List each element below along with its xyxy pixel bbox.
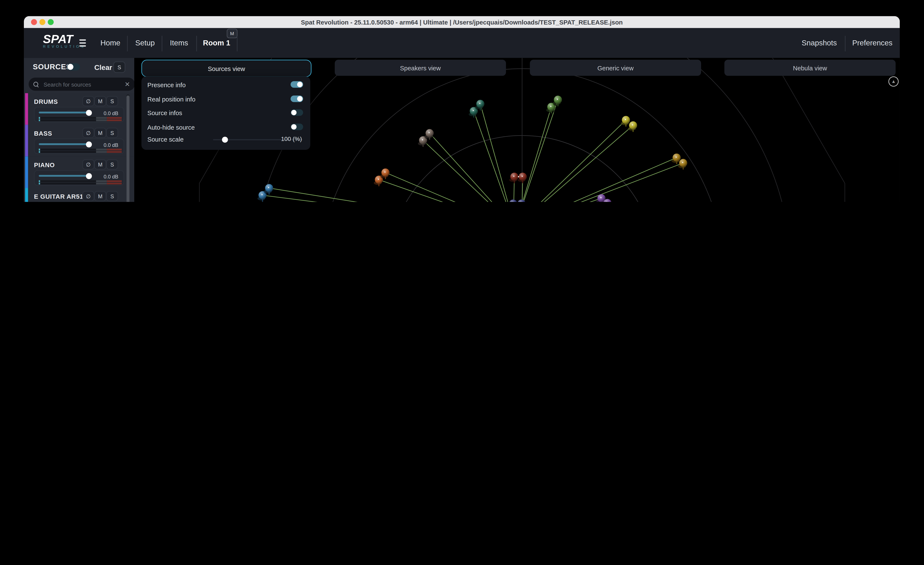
level-panel: 0.0 dB <box>34 170 124 186</box>
source-item-piano[interactable]: PIANO∅MS0.0 dB <box>24 156 134 189</box>
source-object-drums-red-pair[interactable] <box>509 173 519 183</box>
app-root: Spat Revolution - 25.11.0.50530 - arm64 … <box>0 0 924 202</box>
level-meter <box>40 149 122 150</box>
volume-slider-knob[interactable] <box>86 141 92 147</box>
nav-tab-preferences[interactable]: Preferences <box>846 28 899 58</box>
popup-row: Real position info <box>141 93 310 106</box>
nav-separator <box>127 36 128 51</box>
volume-slider-track[interactable] <box>39 143 89 145</box>
sources-sidebar: SOURCES Clear S ✕ DRUMS∅MS0.0 dBBASS∅MS0… <box>24 58 134 202</box>
source-scale-value: 100 (%) <box>281 135 302 142</box>
source-color-stripe <box>25 188 28 202</box>
nav-separator <box>162 36 162 51</box>
clear-button[interactable]: Clear <box>94 63 112 72</box>
tab-sources-view[interactable]: Sources view <box>141 60 312 77</box>
toggle-auto-hide-source[interactable] <box>291 123 303 130</box>
nav-tab-items[interactable]: Items <box>158 28 200 58</box>
source-link-line <box>480 104 515 202</box>
phase-button[interactable]: ∅ <box>82 159 94 170</box>
tab-generic-view[interactable]: Generic view <box>530 60 701 76</box>
source-color-stripe <box>25 156 28 188</box>
level-panel: 0.0 dB <box>34 138 124 154</box>
sources-master-toggle[interactable] <box>67 63 80 71</box>
popup-option-label: Real position info <box>147 95 196 102</box>
source-object-trumpet-a-pair[interactable] <box>380 168 390 179</box>
source-scale-slider[interactable] <box>222 137 228 143</box>
position-dot <box>518 176 519 177</box>
volume-value: 0.0 dB <box>99 110 123 116</box>
source-color-stripe <box>25 125 28 156</box>
solo-button[interactable]: S <box>106 191 118 201</box>
collapse-panel-button[interactable]: ▲ <box>888 76 898 87</box>
nav-tab-snapshots[interactable]: Snapshots <box>792 28 846 58</box>
sources-title: SOURCES <box>33 63 71 71</box>
search-icon <box>33 81 39 87</box>
toggle-presence-info[interactable] <box>291 81 303 88</box>
source-object-trombone-a-pair[interactable] <box>621 116 630 127</box>
solo-clear-button[interactable]: S <box>113 62 125 73</box>
sidebar-search: ✕ <box>28 78 135 91</box>
popup-option-label: Presence info <box>147 81 186 89</box>
tab-nebula-view[interactable]: Nebula view <box>724 60 896 76</box>
source-object-sax-b-pair[interactable] <box>553 96 562 107</box>
source-scale-label: Source scale <box>147 135 184 143</box>
volume-slider-track[interactable] <box>39 112 89 113</box>
source-link-line <box>515 100 558 202</box>
close-window-icon[interactable] <box>31 19 37 25</box>
source-object-trombone-a-pair[interactable] <box>628 121 637 132</box>
level-meter <box>40 183 122 185</box>
source-item-e-guitar-ar51[interactable]: E GUITAR AR51∅MS0.0 dB <box>24 188 134 202</box>
source-name: E GUITAR AR51 <box>34 193 83 200</box>
view-options-popup: Presence infoReal position infoSource in… <box>141 76 310 150</box>
source-object-drums-red-pair[interactable] <box>518 173 527 183</box>
toggle-real-position-info[interactable] <box>291 95 303 102</box>
application-window: Spat Revolution - 25.11.0.50530 - arm64 … <box>24 16 900 202</box>
source-object-sax-a-pair[interactable] <box>475 100 484 110</box>
solo-button[interactable]: S <box>106 128 118 138</box>
popup-option-label: Source infos <box>147 109 182 116</box>
level-panel: 0.0 dB <box>34 107 124 122</box>
source-link-line <box>515 107 551 202</box>
top-navbar: SPAT REVOLUTION HomeSetupItemsRoom 1MSna… <box>24 28 900 58</box>
source-item-drums[interactable]: DRUMS∅MS0.0 dB <box>24 93 134 125</box>
solo-button[interactable]: S <box>106 159 118 170</box>
hamburger-menu-icon[interactable] <box>79 39 86 47</box>
source-item-bass[interactable]: BASS∅MS0.0 dB <box>24 125 134 157</box>
volume-slider-track[interactable] <box>39 175 89 177</box>
mute-button[interactable]: M <box>94 128 106 138</box>
nav-separator <box>237 36 238 51</box>
level-meter <box>40 151 122 153</box>
phase-button[interactable]: ∅ <box>82 128 94 138</box>
phase-button[interactable]: ∅ <box>82 191 94 201</box>
source-object-trumpet-b-pair[interactable] <box>424 129 434 140</box>
source-link-line <box>423 140 515 202</box>
mute-button[interactable]: M <box>94 96 106 107</box>
solo-button[interactable]: S <box>106 96 118 107</box>
clear-search-icon[interactable]: ✕ <box>124 80 130 88</box>
mute-button[interactable]: M <box>94 159 106 170</box>
volume-slider-knob[interactable] <box>86 173 92 179</box>
source-link-line <box>386 173 515 202</box>
minimize-window-icon[interactable] <box>39 19 45 25</box>
volume-value: 0.0 dB <box>99 142 123 148</box>
collapse-arrow-icon: ▲ <box>891 79 896 84</box>
sidebar-scrollbar-thumb[interactable] <box>127 96 130 202</box>
source-link-line <box>515 120 626 202</box>
popup-option-label: Auto-hide source <box>147 123 195 131</box>
room-mute-badge[interactable]: M <box>227 29 237 38</box>
mute-button[interactable]: M <box>94 191 106 201</box>
popup-row: Source infos <box>141 107 310 120</box>
sidebar-search-input[interactable] <box>42 80 124 88</box>
maximize-window-icon[interactable] <box>48 19 54 25</box>
source-name: BASS <box>34 130 52 137</box>
source-object-bass-navy-pair[interactable] <box>508 200 517 202</box>
toggle-source-infos[interactable] <box>291 109 303 116</box>
source-object-piano-pair[interactable] <box>264 184 273 195</box>
source-name: DRUMS <box>34 98 58 105</box>
phase-button[interactable]: ∅ <box>82 96 94 107</box>
window-title: Spat Revolution - 25.11.0.50530 - arm64 … <box>24 18 900 26</box>
volume-value: 0.0 dB <box>99 173 123 179</box>
level-meter <box>40 180 122 182</box>
tab-speakers-view[interactable]: Speakers view <box>335 60 506 76</box>
volume-slider-knob[interactable] <box>86 110 92 116</box>
